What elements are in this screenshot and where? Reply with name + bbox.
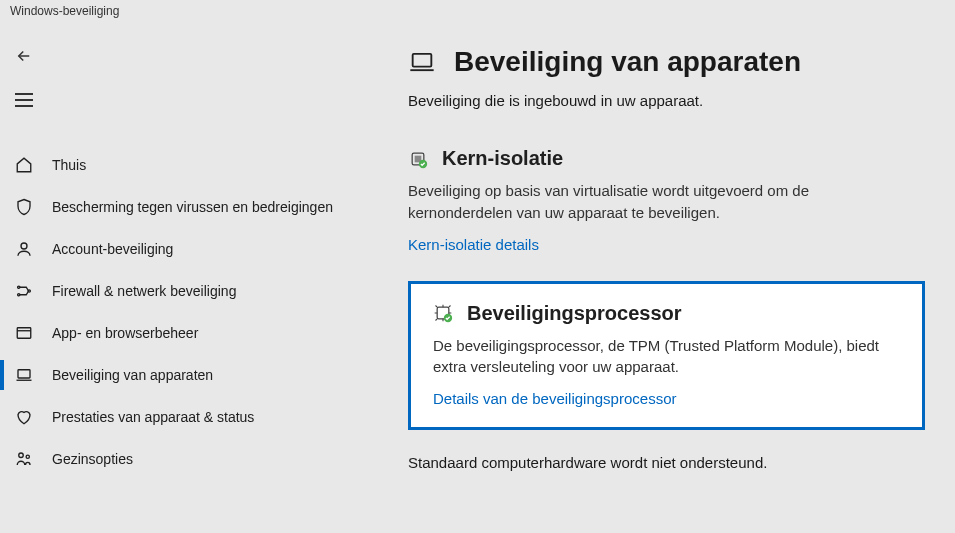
back-arrow-icon	[15, 47, 33, 65]
hardware-status-text: Standaard computerhardware wordt niet on…	[408, 454, 925, 471]
page-title: Beveiliging van apparaten	[454, 46, 801, 78]
sidebar-item-label: Beveiliging van apparaten	[52, 367, 213, 383]
sidebar-item-label: Gezinsopties	[52, 451, 133, 467]
window-title: Windows-beveiliging	[0, 0, 955, 28]
security-processor-details-link[interactable]: Details van de beveiligingsprocessor	[433, 390, 900, 407]
processor-check-icon	[433, 303, 453, 323]
sidebar-item-label: App- en browserbeheer	[52, 325, 198, 341]
sidebar-item-firewall[interactable]: Firewall & netwerk beveiliging	[0, 270, 390, 312]
core-isolation-details-link[interactable]: Kern-isolatie details	[408, 236, 925, 253]
section-title: Kern-isolatie	[442, 147, 563, 170]
sidebar-item-family[interactable]: Gezinsopties	[0, 438, 390, 480]
family-icon	[14, 449, 34, 469]
sidebar-item-app[interactable]: App- en browserbeheer	[0, 312, 390, 354]
section-core-isolation: Kern-isolatie Beveiliging op basis van v…	[408, 147, 925, 253]
sidebar-item-label: Account-beveiliging	[52, 241, 173, 257]
section-description: De beveiligingsprocessor, de TPM (Truste…	[433, 335, 900, 379]
back-button[interactable]	[6, 38, 42, 74]
svg-point-5	[18, 294, 20, 296]
sidebar: Thuis Bescherming tegen virussen en bedr…	[0, 28, 390, 533]
sidebar-item-virus[interactable]: Bescherming tegen virussen en bedreiging…	[0, 186, 390, 228]
svg-rect-8	[18, 370, 30, 378]
sidebar-item-account[interactable]: Account-beveiliging	[0, 228, 390, 270]
sidebar-item-label: Thuis	[52, 157, 86, 173]
section-title: Beveiligingsprocessor	[467, 302, 682, 325]
shield-icon	[14, 197, 34, 217]
chip-check-icon	[408, 149, 428, 169]
menu-button[interactable]	[6, 82, 42, 118]
app-browser-icon	[14, 323, 34, 343]
heart-icon	[14, 407, 34, 427]
main-content: Beveiliging van apparaten Beveiliging di…	[390, 28, 955, 533]
sidebar-item-label: Firewall & netwerk beveiliging	[52, 283, 236, 299]
section-security-processor-highlight: Beveiligingsprocessor De beveiligingspro…	[408, 281, 925, 431]
svg-rect-1	[15, 99, 33, 101]
laptop-icon	[408, 48, 436, 76]
sidebar-item-home[interactable]: Thuis	[0, 144, 390, 186]
sidebar-item-label: Bescherming tegen virussen en bedreiging…	[52, 199, 333, 215]
svg-rect-0	[15, 93, 33, 95]
section-description: Beveiliging op basis van virtualisatie w…	[408, 180, 888, 224]
svg-point-4	[18, 286, 20, 288]
sidebar-item-label: Prestaties van apparaat & status	[52, 409, 254, 425]
svg-point-9	[19, 453, 24, 458]
network-icon	[14, 281, 34, 301]
hamburger-icon	[15, 93, 33, 107]
sidebar-item-performance[interactable]: Prestaties van apparaat & status	[0, 396, 390, 438]
svg-point-3	[21, 243, 27, 249]
laptop-icon	[14, 365, 34, 385]
svg-rect-7	[17, 328, 31, 339]
svg-rect-11	[413, 54, 432, 67]
svg-rect-2	[15, 105, 33, 107]
person-icon	[14, 239, 34, 259]
page-subtitle: Beveiliging die is ingebouwd in uw appar…	[408, 92, 925, 109]
svg-point-10	[26, 455, 29, 458]
sidebar-item-device-security[interactable]: Beveiliging van apparaten	[0, 354, 390, 396]
home-icon	[14, 155, 34, 175]
